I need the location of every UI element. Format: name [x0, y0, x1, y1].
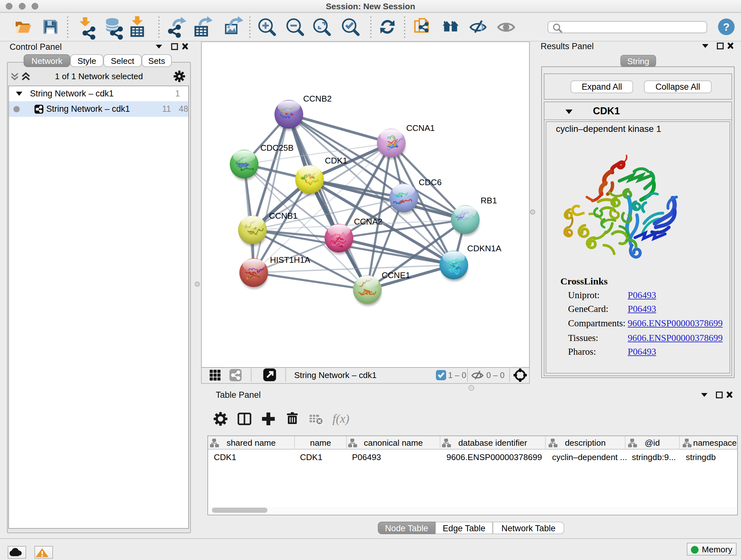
- svg-text:CDK1: CDK1: [325, 156, 347, 165]
- svg-text:CDC6: CDC6: [419, 178, 442, 187]
- svg-text:CDKN1A: CDKN1A: [467, 244, 501, 253]
- svg-text:CCNA2: CCNA2: [354, 217, 382, 226]
- svg-text:CCNB1: CCNB1: [269, 211, 297, 221]
- svg-text:CCNA1: CCNA1: [406, 123, 434, 133]
- svg-text:CDC25B: CDC25B: [260, 143, 293, 152]
- svg-text:CCNE1: CCNE1: [382, 270, 410, 280]
- svg-text:String Network – cdk1: String Network – cdk1: [294, 370, 377, 380]
- svg-text:f(x): f(x): [333, 412, 349, 426]
- svg-text:HIST1H1A: HIST1H1A: [270, 255, 311, 265]
- svg-text:1 – 0: 1 – 0: [448, 371, 466, 380]
- svg-text:CCNB2: CCNB2: [303, 94, 332, 104]
- svg-text:RB1: RB1: [481, 196, 497, 205]
- svg-text:0 – 0: 0 – 0: [486, 371, 504, 380]
- svg-text:1 of 1 Network selected: 1 of 1 Network selected: [55, 71, 143, 81]
